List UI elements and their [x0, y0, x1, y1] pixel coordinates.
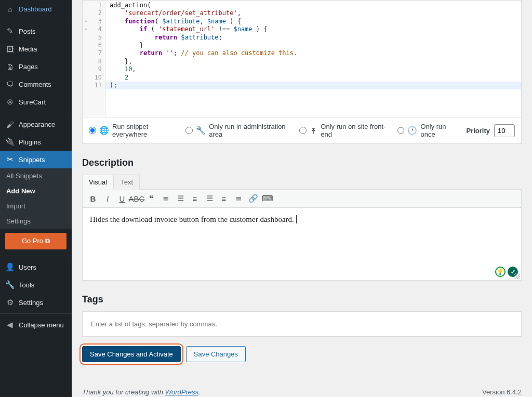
bullet-list-button[interactable]: ≣ [158, 192, 173, 205]
resize-handle[interactable] [514, 273, 520, 279]
keyboard-button[interactable]: ⌨ [260, 192, 275, 205]
align-left-button[interactable]: ≡ [188, 192, 202, 205]
sidebar-item-settings[interactable]: ⚙Settings [0, 294, 72, 311]
plugin-icon: 🔌 [5, 137, 15, 147]
tags-box [82, 311, 522, 337]
sidebar-item-surecart[interactable]: ⊜SureCart [0, 93, 72, 111]
sidebar-item-pages[interactable]: 🗎Pages [0, 58, 72, 75]
run-once-option[interactable]: 🕐Only run once [397, 123, 457, 138]
submenu-import[interactable]: Import [0, 198, 72, 214]
run-admin-radio[interactable] [185, 126, 193, 135]
tab-text[interactable]: Text [114, 175, 140, 190]
submenu-all-snippets[interactable]: All Snippets [0, 168, 72, 183]
sidebar-item-label: Comments [19, 81, 51, 88]
sidebar-item-label: Users [19, 263, 36, 271]
save-activate-highlight: Save Changes and Activate [82, 346, 181, 362]
underline-button[interactable]: U [115, 192, 129, 205]
version-text: Version 6.4.2 [482, 388, 522, 396]
save-activate-button[interactable]: Save Changes and Activate [82, 346, 181, 362]
brush-icon: 🖌 [5, 120, 15, 129]
sidebar-item-label: Pages [19, 63, 38, 71]
run-frontend-radio[interactable] [299, 126, 307, 135]
run-option-label: Only run on site front-end [321, 123, 388, 138]
media-icon: 🖾 [5, 44, 15, 54]
sidebar-item-label: Dashboard [19, 5, 52, 13]
pin-icon: ✎ [5, 27, 15, 36]
external-link-icon: ⧉ [45, 237, 50, 245]
numbered-list-button[interactable]: ☰ [173, 192, 188, 205]
priority-label: Priority [466, 127, 490, 135]
run-once-radio[interactable] [397, 126, 405, 135]
run-option-label: Only run once [420, 123, 457, 138]
wordpress-link[interactable]: WordPress [165, 388, 198, 396]
sidebar-item-label: Collapse menu [19, 321, 64, 329]
run-option-label: Only run in administration area [209, 123, 290, 138]
sidebar-item-users[interactable]: 👤Users [0, 256, 72, 276]
run-admin-option[interactable]: 🔧Only run in administration area [185, 123, 290, 138]
footer-thanks: Thank you for creating with WordPress. [82, 388, 201, 396]
action-buttons: Save Changes and Activate Save Changes [82, 346, 522, 362]
collapse-icon: ◀ [5, 320, 15, 329]
user-icon: 👤 [5, 262, 15, 272]
run-everywhere-radio[interactable] [89, 126, 96, 135]
sidebar-item-label: Settings [19, 299, 43, 307]
sidebar-item-plugins[interactable]: 🔌Plugins [0, 133, 72, 151]
priority-input[interactable] [494, 124, 515, 137]
code-lines[interactable]: add_action( 'surecart/order/set_attribut… [105, 1, 521, 117]
footer-text: Thank you for creating with [82, 388, 165, 396]
sidebar-item-posts[interactable]: ✎Posts [0, 20, 72, 40]
site-icon: 🖈 [310, 126, 317, 135]
surecart-icon: ⊜ [5, 97, 15, 107]
sidebar-item-media[interactable]: 🖾Media [0, 40, 72, 58]
gear-icon: ⚙ [5, 298, 15, 307]
run-frontend-option[interactable]: 🖈Only run on site front-end [299, 123, 388, 138]
tags-heading: Tags [82, 294, 522, 305]
sidebar-item-dashboard[interactable]: ⌂Dashboard [0, 0, 72, 18]
run-everywhere-option[interactable]: 🌐Run snippet everywhere [89, 123, 176, 138]
sidebar-item-label: SureCart [19, 98, 46, 106]
tags-input[interactable] [91, 320, 513, 328]
italic-button[interactable]: I [100, 192, 115, 205]
submenu-add-new[interactable]: Add New [0, 183, 72, 198]
sidebar-item-appearance[interactable]: 🖌Appearance [0, 113, 72, 133]
admin-footer: Thank you for creating with WordPress. V… [82, 388, 522, 396]
description-text: Hides the download invoice button from t… [90, 215, 294, 223]
editor-tabs: Visual Text [82, 175, 522, 190]
align-right-button[interactable]: ≡ [217, 192, 231, 205]
editor-body[interactable]: Hides the download invoice button from t… [82, 208, 522, 281]
sidebar-item-snippets[interactable]: ✂Snippets [0, 151, 72, 168]
sidebar-item-label: Media [19, 45, 37, 53]
description-editor: Visual Text B I U ABC ❝ ≣ ☰ ≡ ☰ ≡ ≣ 🔗 ⌨ … [82, 175, 522, 281]
submenu-settings[interactable]: Settings [0, 214, 72, 229]
run-option-label: Run snippet everywhere [112, 123, 176, 138]
wrench-icon: 🔧 [196, 126, 206, 135]
page-icon: 🗎 [5, 62, 15, 71]
code-gutter: 1234567891011▾▾ [83, 1, 105, 117]
go-pro-button[interactable]: Go Pro⧉ [5, 233, 66, 249]
priority-field: Priority [466, 124, 515, 137]
text-cursor [294, 215, 297, 223]
comment-icon: 🗨 [5, 80, 15, 89]
scissors-icon: ✂ [5, 155, 15, 164]
bold-button[interactable]: B [86, 192, 100, 205]
quote-button[interactable]: ❝ [144, 192, 158, 205]
save-button[interactable]: Save Changes [186, 346, 246, 362]
snippets-submenu: All Snippets Add New Import Settings [0, 168, 72, 229]
code-editor[interactable]: 1234567891011▾▾ add_action( 'surecart/or… [82, 0, 522, 117]
strikethrough-button[interactable]: ABC [129, 192, 144, 205]
wrench-icon: 🔧 [5, 280, 15, 289]
dashboard-icon: ⌂ [5, 4, 15, 14]
grammarly-lightbulb-icon[interactable]: 💡 [495, 267, 506, 277]
tab-visual[interactable]: Visual [82, 175, 114, 190]
align-center-button[interactable]: ☰ [202, 192, 217, 205]
link-button[interactable]: 🔗 [246, 192, 260, 205]
sidebar-item-tools[interactable]: 🔧Tools [0, 276, 72, 294]
collapse-menu[interactable]: ◀Collapse menu [0, 313, 72, 334]
run-options-row: 🌐Run snippet everywhere 🔧Only run in adm… [82, 117, 522, 144]
sidebar-item-label: Tools [19, 281, 34, 289]
align-justify-button[interactable]: ≣ [231, 192, 246, 205]
sidebar-item-label: Snippets [19, 156, 45, 164]
globe-icon: 🌐 [99, 126, 109, 135]
description-heading: Description [82, 157, 522, 168]
sidebar-item-comments[interactable]: 🗨Comments [0, 75, 72, 93]
